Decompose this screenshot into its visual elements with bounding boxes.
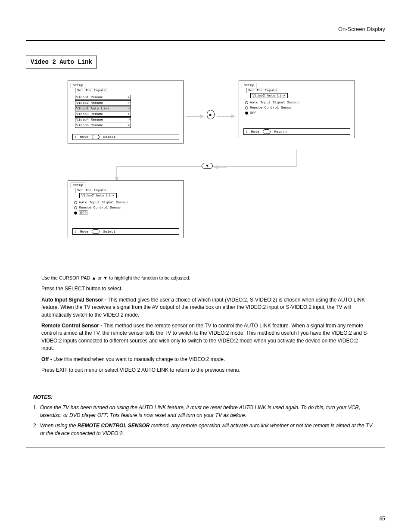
- tab-video2-autolink: Video2 Auto Link: [250, 93, 288, 98]
- desc-head: Auto Input Signal Sensor -: [41, 297, 106, 303]
- step-text: Use the CURSOR PAD ▲ or ▼ to highlight t…: [41, 275, 190, 280]
- hint-move: Move: [80, 230, 88, 233]
- desc-remote-sensor: Remote Control Sensor - This method uses…: [41, 322, 370, 352]
- osd1-menu-list: Video1 Rename> Video2 Rename> Video2 Aut…: [75, 95, 182, 128]
- triangle-right-icon: ▶: [209, 113, 212, 117]
- osd1-item-video4-rename[interactable]: Video4 Rename>: [75, 117, 131, 122]
- hint-select: Select: [103, 230, 115, 233]
- radio-label: Off: [250, 111, 256, 115]
- step-3: Press EXIT to quit menu or select VIDEO …: [41, 367, 370, 374]
- osd-panel-1: Setup Set The Inputs Video1 Rename> Vide…: [68, 81, 184, 143]
- hint-arrows-icon: ↕: [75, 135, 77, 139]
- chevron-right-icon: >: [128, 106, 130, 111]
- notes-heading: NOTES:: [33, 393, 378, 401]
- osd1-item-video3-rename[interactable]: Video3 Rename>: [75, 112, 131, 117]
- radio-icon: [245, 101, 248, 104]
- instruction-text: Use the CURSOR PAD ▲ or ▼ to highlight t…: [26, 274, 385, 374]
- tab-setup: Setup: [71, 83, 85, 88]
- radio-icon: [74, 206, 77, 209]
- note-2-pre: When using the: [40, 423, 78, 429]
- desc-auto-input: Auto Input Signal Sensor - This method g…: [41, 296, 370, 319]
- note-2: When using the REMOTE CONTROL SENSOR met…: [33, 422, 378, 437]
- menu-label: Video1 Rename: [76, 95, 103, 99]
- radio-label: Remote Control Sensor: [79, 205, 122, 209]
- chevron-right-icon: >: [128, 101, 130, 105]
- radio-label: Auto Input Signal Sensor: [250, 100, 299, 104]
- osd1-item-video5-rename[interactable]: Video5 Rename>: [75, 123, 131, 128]
- notes-box: NOTES: Once the TV has been turned on us…: [26, 387, 385, 448]
- step-1: Use the CURSOR PAD ▲ or ▼ to highlight t…: [41, 274, 370, 282]
- tab-set-inputs: Set The Inputs: [246, 88, 279, 93]
- note-1: Once the TV has been turned on using the…: [33, 404, 378, 419]
- osd2-hint-bar: ↕ Move Return: [243, 128, 350, 134]
- osd1-item-video2-autolink[interactable]: Video2 Auto Link>: [75, 106, 131, 111]
- hint-return: Return: [274, 130, 286, 134]
- menu-label: Video2 Auto Link: [76, 106, 109, 110]
- osd3-radio-list: Auto Input Signal Sensor Remote Control …: [74, 200, 182, 215]
- osd3-opt-off[interactable]: Off: [74, 211, 182, 215]
- breadcrumb: On-Screen Display: [26, 26, 385, 32]
- desc-body: Use this method when you want to manuall…: [53, 356, 225, 362]
- chevron-right-icon: >: [128, 95, 130, 100]
- osd2-opt-remote-sensor[interactable]: Remote Control Sensor: [245, 106, 353, 109]
- diagram: Setup Set The Inputs Video1 Rename> Vide…: [26, 81, 385, 261]
- tab-setup: Setup: [242, 83, 256, 88]
- hint-arrows-icon: ↕: [246, 130, 248, 134]
- desc-head: Remote Control Sensor -: [41, 323, 102, 329]
- osd3-opt-auto-input[interactable]: Auto Input Signal Sensor: [74, 200, 182, 204]
- tab-set-inputs: Set The Inputs: [75, 88, 108, 93]
- step-2: Press the SELECT button to select.: [41, 285, 370, 292]
- radio-filled-icon: [245, 112, 248, 115]
- menu-label: Video3 Rename: [76, 112, 103, 116]
- osd-panel-2: Setup Set The Inputs Video2 Auto Link Au…: [239, 81, 355, 138]
- radio-label: Auto Input Signal Sensor: [79, 200, 128, 204]
- menu-label: Video2 Rename: [76, 101, 103, 105]
- osd2-opt-off[interactable]: Off: [245, 111, 353, 115]
- header-rule: [26, 40, 385, 41]
- radio-label: Remote Control Sensor: [250, 106, 293, 109]
- hint-select-pill: [92, 135, 100, 139]
- hint-arrows-icon: ↕: [75, 230, 77, 233]
- osd2-opt-auto-input[interactable]: Auto Input Signal Sensor: [245, 100, 353, 104]
- hint-return-pill: [263, 129, 271, 134]
- hint-move: Move: [80, 135, 88, 139]
- osd1-hint-bar: ↕ Move Select: [72, 134, 179, 140]
- arrow-right-2: [217, 114, 235, 118]
- menu-label: Video4 Rename: [76, 118, 103, 121]
- remote-down-button-icon: ▼: [202, 163, 213, 169]
- remote-right-button-icon: ▶: [207, 110, 215, 119]
- hint-select: Select: [103, 135, 115, 139]
- osd3-hint-bar: ↕ Move Select: [72, 228, 179, 234]
- radio-icon: [245, 106, 248, 109]
- desc-head: Off -: [41, 356, 52, 362]
- radio-label: Off: [79, 210, 87, 215]
- radio-filled-icon: [74, 212, 77, 215]
- desc-off: Off - Use this method when you want to m…: [41, 356, 370, 363]
- section-title: Video 2 Auto Link: [26, 56, 97, 68]
- hint-move: Move: [251, 130, 259, 134]
- arrow-right-1: [186, 114, 204, 118]
- triangle-down-icon: ▼: [206, 164, 209, 168]
- osd2-radio-list: Auto Input Signal Sensor Remote Control …: [245, 100, 353, 115]
- chevron-right-icon: >: [128, 123, 130, 128]
- osd-panel-3: Setup Set The Inputs Video2 Auto Link Au…: [68, 180, 184, 238]
- hint-select-pill: [92, 229, 100, 233]
- arrow-left-into-button: [214, 165, 227, 169]
- chevron-right-icon: >: [128, 118, 130, 122]
- tab-set-inputs: Set The Inputs: [75, 188, 108, 193]
- note-2-term: REMOTE CONTROL SENSOR: [78, 423, 150, 429]
- tab-setup: Setup: [71, 183, 85, 188]
- osd1-item-video1-rename[interactable]: Video1 Rename>: [75, 95, 131, 100]
- radio-icon: [74, 201, 77, 204]
- tab-video2-autolink: Video2 Auto Link: [79, 193, 117, 198]
- page-number: 65: [380, 516, 385, 522]
- osd3-opt-remote-sensor[interactable]: Remote Control Sensor: [74, 205, 182, 209]
- menu-label: Video5 Rename: [76, 123, 103, 127]
- osd1-item-video2-rename[interactable]: Video2 Rename>: [75, 100, 131, 106]
- chevron-right-icon: >: [128, 112, 130, 116]
